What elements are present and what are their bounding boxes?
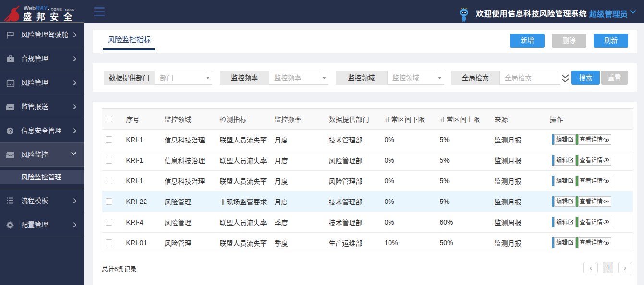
svg-text:?: ? <box>9 128 12 134</box>
